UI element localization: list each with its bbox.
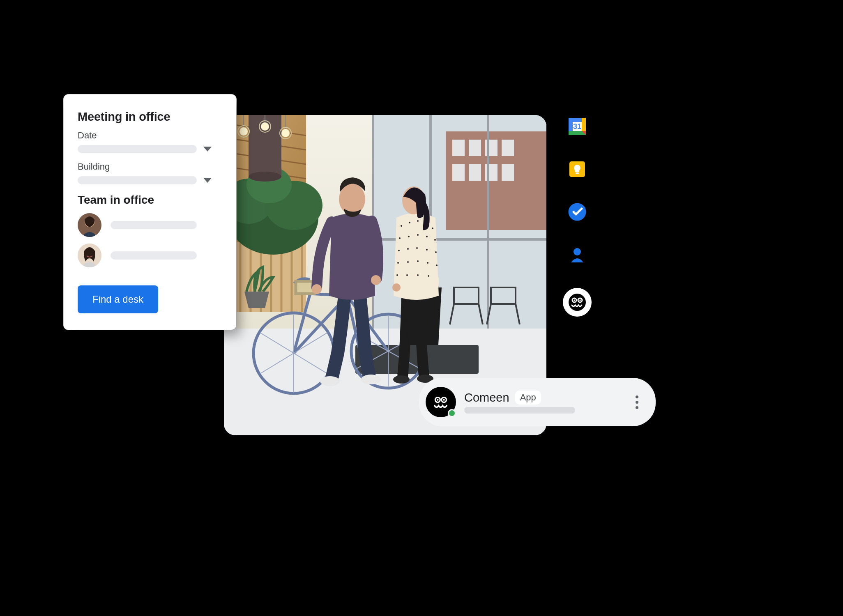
side-panel-rail: 31 xyxy=(563,117,592,317)
svg-point-79 xyxy=(409,222,410,223)
date-value-placeholder xyxy=(78,145,197,153)
avatar xyxy=(78,244,101,267)
svg-point-88 xyxy=(398,250,400,251)
card-title: Meeting in office xyxy=(78,110,222,124)
meeting-card: Meeting in office Date Building Team in … xyxy=(64,94,236,330)
svg-point-54 xyxy=(281,129,290,137)
svg-point-80 xyxy=(417,220,419,222)
svg-point-74 xyxy=(371,275,381,285)
svg-point-71 xyxy=(320,376,340,386)
chat-app-chip[interactable]: Comeen App xyxy=(419,378,656,426)
svg-point-91 xyxy=(426,249,428,251)
svg-point-73 xyxy=(312,284,322,294)
app-badge: App xyxy=(515,391,541,405)
svg-rect-9 xyxy=(452,164,465,181)
chat-app-info: Comeen App xyxy=(464,391,624,414)
comeen-icon[interactable] xyxy=(563,288,592,317)
more-menu-icon[interactable] xyxy=(632,392,642,412)
tasks-icon[interactable] xyxy=(568,202,587,221)
svg-point-129 xyxy=(443,399,445,400)
svg-point-90 xyxy=(416,247,418,249)
svg-rect-116 xyxy=(576,172,579,174)
svg-point-124 xyxy=(574,299,575,301)
svg-rect-6 xyxy=(469,140,481,156)
svg-point-128 xyxy=(437,399,438,400)
svg-rect-12 xyxy=(502,164,514,181)
svg-point-46 xyxy=(249,172,281,182)
svg-point-94 xyxy=(407,261,409,263)
svg-point-100 xyxy=(417,274,419,276)
svg-point-82 xyxy=(432,228,433,229)
svg-point-86 xyxy=(426,236,428,237)
chat-preview-placeholder xyxy=(464,407,575,414)
chevron-down-icon xyxy=(203,178,212,183)
team-name-placeholder xyxy=(111,251,197,260)
svg-rect-8 xyxy=(502,140,514,156)
svg-point-87 xyxy=(434,239,436,241)
svg-point-92 xyxy=(435,251,437,253)
date-label: Date xyxy=(78,130,222,141)
svg-point-103 xyxy=(392,283,401,292)
team-heading: Team in office xyxy=(78,193,222,207)
svg-point-99 xyxy=(406,274,408,276)
chat-app-name: Comeen xyxy=(464,391,509,405)
svg-point-95 xyxy=(417,260,419,262)
chevron-down-icon xyxy=(203,147,212,152)
svg-point-101 xyxy=(428,275,429,277)
svg-point-98 xyxy=(396,274,398,276)
date-dropdown[interactable] xyxy=(78,145,222,153)
svg-point-120 xyxy=(574,248,581,255)
svg-point-51 xyxy=(261,122,269,131)
building-value-placeholder xyxy=(78,176,197,184)
svg-rect-5 xyxy=(452,140,465,156)
svg-point-125 xyxy=(579,299,581,301)
team-row xyxy=(78,213,222,237)
team-row xyxy=(78,244,222,267)
avatar xyxy=(78,213,101,237)
svg-point-96 xyxy=(427,262,428,264)
svg-point-72 xyxy=(361,375,381,384)
calendar-icon[interactable]: 31 xyxy=(568,117,587,136)
svg-text:31: 31 xyxy=(573,122,581,131)
svg-point-121 xyxy=(569,294,586,311)
presence-indicator xyxy=(448,409,456,417)
contacts-icon[interactable] xyxy=(568,245,587,264)
find-desk-button[interactable]: Find a desk xyxy=(78,285,158,313)
svg-point-83 xyxy=(399,237,401,239)
building-label: Building xyxy=(78,161,222,172)
svg-point-84 xyxy=(408,236,410,237)
svg-point-76 xyxy=(393,375,410,384)
svg-point-89 xyxy=(407,248,409,250)
chat-app-avatar xyxy=(426,387,456,417)
svg-point-85 xyxy=(417,234,419,236)
svg-rect-10 xyxy=(469,164,481,181)
building-dropdown[interactable] xyxy=(78,176,222,184)
svg-point-48 xyxy=(240,127,248,136)
svg-rect-15 xyxy=(487,115,489,329)
team-name-placeholder xyxy=(111,221,197,229)
svg-point-78 xyxy=(401,225,402,227)
svg-point-93 xyxy=(397,262,399,264)
svg-point-97 xyxy=(436,264,438,266)
keep-icon[interactable] xyxy=(568,160,587,179)
